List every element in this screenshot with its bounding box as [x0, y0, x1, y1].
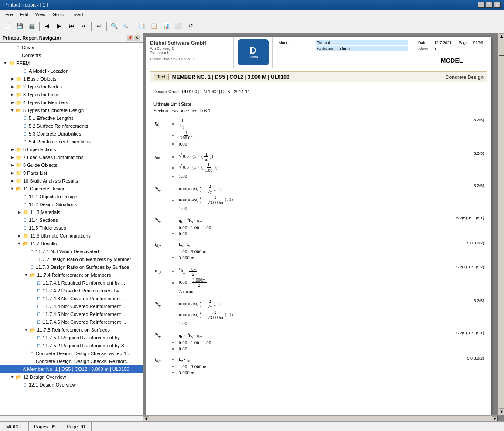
tree-item-rs[interactable]: ▼ 📂 11.7.5 Reinforcement on Surfaces	[0, 326, 143, 334]
toggle-designov[interactable]: ▼	[9, 373, 16, 380]
refresh-btn[interactable]: ↺	[185, 21, 196, 31]
save-button[interactable]: 💾	[14, 21, 25, 31]
tree-item-objdesign[interactable]: 🗒 11.1 Objects to Design	[0, 193, 143, 200]
tree-item-conc-checks-b[interactable]: 🗒 Concrete Design: Design Checks, Reinfo…	[0, 357, 143, 365]
label-reinfdir: 5.4 Reinforcement Directions	[29, 139, 91, 144]
toggle-rfem[interactable]: ▼	[2, 60, 9, 67]
tree-item-rfem[interactable]: ▼ 📁 RFEM	[0, 59, 143, 67]
last-button[interactable]: ⏭	[78, 21, 89, 31]
tree-item-conc-design[interactable]: ▼ 📂 11 Concrete Design	[0, 185, 143, 193]
nav-pin-button[interactable]: 📌	[127, 35, 133, 41]
first-button[interactable]: ⏮	[66, 21, 77, 31]
menu-goto[interactable]: Go to	[49, 11, 68, 18]
vertical-scrollbar[interactable]: ▲ ▼	[498, 33, 504, 415]
tree-item-ultconfig[interactable]: ▶ 📁 11.6 Ultimate Configurations	[0, 232, 143, 240]
tree-item-rm[interactable]: ▼ 📂 11.7.4 Reinforcement on Members	[0, 271, 143, 279]
back-button[interactable]: ↩	[93, 21, 105, 31]
tree-item-rm4[interactable]: 🗒 11.7.4.4 Not Covered Reinforcement ...	[0, 302, 143, 310]
toggle-materials[interactable]: ▶	[16, 209, 23, 216]
prev-button[interactable]: ◀	[41, 21, 53, 31]
toggle-guideobj[interactable]: ▶	[9, 162, 16, 169]
close-button[interactable]: ✕	[494, 2, 501, 8]
tree-item-thick[interactable]: 🗒 11.5 Thicknesses	[0, 224, 143, 232]
menu-view[interactable]: View	[32, 11, 49, 18]
toggle-nodes[interactable]: ▶	[9, 83, 16, 90]
tree-item-loadcases[interactable]: ▶ 📁 7 Load Cases Combinations	[0, 153, 143, 161]
scroll-left-btn[interactable]: ◀	[143, 416, 149, 421]
tree-item-designov1[interactable]: 🗒 12.1 Design Overview	[0, 381, 143, 389]
tree-item-rm6[interactable]: 🗒 11.7.4.6 Not Covered Reinforcement ...	[0, 318, 143, 326]
toggle-concrete[interactable]: ▼	[9, 107, 16, 114]
tree-item-partslist[interactable]: ▶ 📁 9 Parts List	[0, 169, 143, 177]
tree-item-rm5[interactable]: 🗒 11.7.4.5 Not Covered Reinforcement ...	[0, 310, 143, 318]
toggle-rm[interactable]: ▼	[23, 271, 30, 278]
print-button[interactable]: 🖨️	[26, 21, 37, 31]
tree-item-surfreinf[interactable]: 🗒 5.2 Surface Reinforcements	[0, 122, 143, 130]
toggle-basic[interactable]: ▶	[9, 75, 16, 82]
scroll-down-btn[interactable]: ▼	[499, 408, 504, 415]
maximize-button[interactable]: □	[486, 2, 493, 8]
tree-item-efflengths[interactable]: 🗒 5.1 Effective Lengths	[0, 114, 143, 122]
tree-item-concdur[interactable]: 🗒 5.3 Concrete Durabilities	[0, 130, 143, 138]
chart-btn[interactable]: 📊	[160, 21, 172, 31]
tree-item-contents[interactable]: 🗒 Contents	[0, 51, 143, 59]
scroll-thumb[interactable]	[499, 43, 504, 56]
tree-item-designsit[interactable]: 🗒 11.2 Design Situations	[0, 200, 143, 208]
tree-item-staticres[interactable]: ▶ 📁 10 Static Analysis Results	[0, 177, 143, 185]
horizontal-scrollbar[interactable]: ◀ ▶	[143, 415, 498, 421]
menu-file[interactable]: File	[2, 11, 17, 18]
menu-edit[interactable]: Edit	[17, 11, 32, 18]
tree-item-amodel[interactable]: 🗒 A Model - Location	[0, 67, 143, 75]
tree-item-rm3[interactable]: 🗒 11.7.4.3 Not Covered Reinforcement ...	[0, 295, 143, 302]
tree-item-rm2[interactable]: 🗒 11.7.4.2 Provided Reinforcement by ...	[0, 287, 143, 295]
tree-item-nodes[interactable]: ▶ 📁 2 Types for Nodes	[0, 83, 143, 91]
tree-item-drs[interactable]: 🗒 11.7.3 Design Ratio on Surfaces by Sur…	[0, 263, 143, 271]
tree-item-materials[interactable]: ▶ 📁 11.3 Materials	[0, 208, 143, 216]
toggle-ultconfig[interactable]: ▶	[16, 232, 23, 239]
tree-item-cover[interactable]: 🗒 Cover	[0, 44, 143, 51]
tree-item-notvalid[interactable]: 🗒 11.7.1 Not Valid / Deactivated	[0, 248, 143, 255]
formula-nky: 5.2(5) nky = min(max(23, 2√y), 1) =	[153, 299, 484, 326]
tree-item-member1[interactable]: A Member No. 1 | DS5 | CO12 | 3.000 m | …	[0, 365, 143, 373]
toggle-rs[interactable]: ▼	[23, 326, 30, 333]
toggle-results[interactable]: ▼	[16, 240, 23, 247]
tree-item-lines[interactable]: ▶ 📁 3 Types for Lines	[0, 91, 143, 98]
navigator-scroll[interactable]	[0, 415, 143, 421]
nav-close-button[interactable]: ✕	[134, 35, 140, 41]
menu-insert[interactable]: Insert	[68, 11, 87, 18]
tree-item-results[interactable]: ▼ 📂 11.7 Results	[0, 240, 143, 248]
content-area[interactable]: ▲ ▼ ◀ ▶ Dlubal Software GmbH Am Zollweg …	[143, 33, 504, 421]
toggle-imperf[interactable]: ▶	[9, 146, 16, 153]
tree-item-basic[interactable]: ▶ 📁 1 Basic Objects	[0, 75, 143, 83]
scroll-up-btn[interactable]: ▲	[499, 33, 504, 40]
zoom-in-button[interactable]: 🔍	[109, 21, 120, 31]
tree-item-imperf[interactable]: ▶ 📁 6 Imperfections	[0, 146, 143, 153]
toggle-partslist[interactable]: ▶	[9, 170, 16, 176]
export-btn[interactable]: 📋	[148, 21, 160, 31]
new-button[interactable]: 📄	[2, 21, 13, 31]
frame-btn[interactable]: ⬜	[173, 21, 184, 31]
tree-item-drm[interactable]: 🗒 11.7.2 Design Ratio on Members by Memb…	[0, 255, 143, 263]
tree-item-rs1[interactable]: 🗒 11.7.5.1 Required Reinforcement by ...	[0, 334, 143, 342]
tree-item-guideobj[interactable]: ▶ 📁 8 Guide Objects	[0, 161, 143, 169]
tree-item-concrete[interactable]: ▼ 📂 5 Types for Concrete Design	[0, 106, 143, 114]
scroll-right-btn[interactable]: ▶	[492, 416, 498, 421]
tree-item-rm1[interactable]: 🗒 11.7.4.1 Required Reinforcement by ...	[0, 279, 143, 287]
page-btn[interactable]: 📑	[136, 21, 147, 31]
header-meta-table: Date 12.7.2021 Page 91/99 Sheet 1	[416, 39, 487, 52]
toggle-conc-design[interactable]: ▼	[9, 185, 16, 192]
tree-item-sections[interactable]: 🗒 11.4 Sections	[0, 216, 143, 224]
toggle-staticres[interactable]: ▶	[9, 177, 16, 184]
minimize-button[interactable]: ─	[478, 2, 485, 8]
next-button[interactable]: ▶	[54, 21, 65, 31]
toggle-loadcases[interactable]: ▶	[9, 154, 16, 161]
tree-item-rs2[interactable]: 🗒 11.7.5.2 Required Reinforcement by S..…	[0, 342, 143, 350]
toggle-lines[interactable]: ▶	[9, 91, 16, 98]
zoom-out-button[interactable]: 🔍−	[121, 21, 132, 31]
folder-icon-ultconfig: 📁	[23, 233, 29, 239]
tree-item-designov[interactable]: ▼ 📂 12 Design Overview	[0, 373, 143, 381]
tree-item-members[interactable]: ▶ 📁 4 Types for Members	[0, 98, 143, 106]
tree-item-conc-checks-a[interactable]: 🗒 Concrete Design: Design Checks, as,req…	[0, 350, 143, 357]
tree-item-reinfdir[interactable]: 🗒 5.4 Reinforcement Directions	[0, 138, 143, 146]
toggle-members[interactable]: ▶	[9, 99, 16, 106]
